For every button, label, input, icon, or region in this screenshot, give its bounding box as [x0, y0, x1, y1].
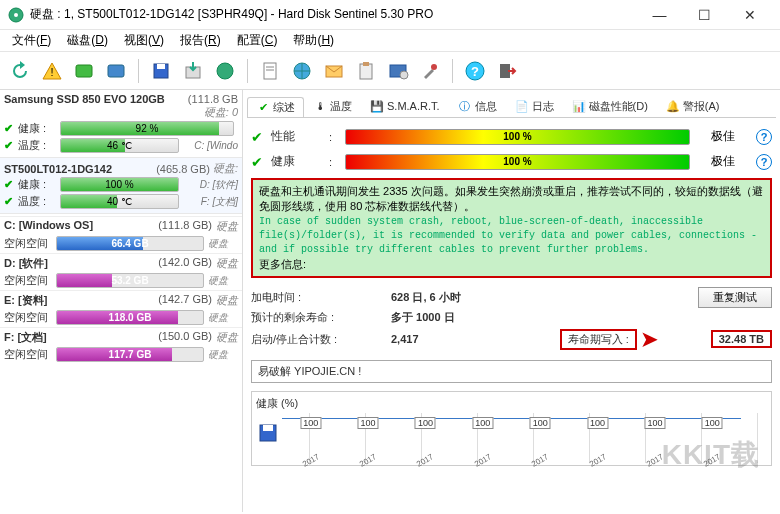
app-icon — [8, 7, 24, 23]
svg-point-8 — [217, 63, 233, 79]
volume-d[interactable]: D: [软件](142.0 GB)硬盘 空闲空间53.2 GB硬盘 — [0, 253, 242, 290]
check-icon: ✔ — [4, 195, 18, 208]
volume-c[interactable]: C: [Windows OS](111.8 GB)硬盘 空闲空间66.4 GB硬… — [0, 216, 242, 253]
disk-label: 硬盘: — [213, 161, 238, 176]
health-bar: 92 % — [60, 121, 234, 136]
maximize-button[interactable]: ☐ — [682, 0, 727, 30]
tab-info[interactable]: ⓘ信息 — [449, 96, 506, 116]
disk-label: 硬盘: 0 — [204, 105, 238, 120]
temp-bar: 46 ℃ — [60, 138, 179, 153]
tab-temp[interactable]: 🌡温度 — [304, 96, 361, 116]
export-icon[interactable] — [179, 57, 207, 85]
alert-icon: 🔔 — [666, 99, 680, 113]
write-label: 寿命期写入 : — [568, 332, 629, 347]
perf-status: 极佳 — [698, 128, 748, 145]
disk-green-icon[interactable] — [70, 57, 98, 85]
tab-smart[interactable]: 💾S.M.A.R.T. — [361, 96, 449, 115]
write-value: 32.48 TB — [719, 333, 764, 345]
retest-button[interactable]: 重复测试 — [698, 287, 772, 308]
health-meter: ✔ 健康: 100 % 极佳 ? — [249, 149, 774, 174]
health-label: 健康 : — [18, 177, 60, 192]
save-icon[interactable] — [147, 57, 175, 85]
help-icon[interactable]: ? — [756, 129, 772, 145]
chart-title: 健康 (%) — [254, 394, 769, 413]
health-status: 极佳 — [698, 153, 748, 170]
report-icon[interactable] — [256, 57, 284, 85]
svg-point-1 — [14, 13, 18, 17]
svg-rect-15 — [363, 62, 369, 66]
drive-letter: F: [文档] — [183, 195, 238, 209]
sidebar: Samsung SSD 850 EVO 120GB (111.8 GB 硬盘: … — [0, 90, 243, 512]
check-icon: ✔ — [256, 100, 270, 114]
check-icon: ✔ — [4, 178, 18, 191]
warning-icon[interactable]: ! — [38, 57, 66, 85]
close-button[interactable]: ✕ — [727, 0, 772, 30]
perf-meter: ✔ 性能: 100 % 极佳 ? — [249, 124, 774, 149]
info-icon: ⓘ — [458, 99, 472, 113]
clipboard-icon[interactable] — [352, 57, 380, 85]
volume-f[interactable]: F: [文档](150.0 GB)硬盘 空闲空间117.7 GB硬盘 — [0, 327, 242, 364]
disk-size: (111.8 GB — [188, 93, 238, 105]
minimize-button[interactable]: — — [637, 0, 682, 30]
svg-rect-3 — [76, 65, 92, 77]
disk-blue-icon[interactable] — [102, 57, 130, 85]
exit-icon[interactable] — [493, 57, 521, 85]
svg-rect-9 — [264, 63, 276, 79]
tab-alert[interactable]: 🔔警报(A) — [657, 96, 729, 116]
message-more: 更多信息: — [259, 257, 764, 272]
svg-rect-14 — [360, 64, 372, 79]
test-icon[interactable] — [211, 57, 239, 85]
help-icon[interactable]: ? — [461, 57, 489, 85]
perf-bar: 100 % — [345, 129, 690, 145]
cycles-label: 启动/停止合计数 : — [251, 332, 391, 347]
disk-name: Samsung SSD 850 EVO 120GB — [4, 93, 188, 105]
titlebar: 硬盘 : 1, ST500LT012-1DG142 [S3PHR49Q] - H… — [0, 0, 780, 30]
uptime-label: 加电时间 : — [251, 290, 391, 305]
health-label: 健康 : — [18, 121, 60, 136]
disk-size: (465.8 GB) — [156, 163, 210, 175]
volume-e[interactable]: E: [资料](142.7 GB)硬盘 空闲空间118.0 GB硬盘 — [0, 290, 242, 327]
svg-rect-23 — [263, 425, 273, 431]
life-label: 预计的剩余寿命 : — [251, 310, 391, 325]
tools-icon[interactable] — [416, 57, 444, 85]
menu-view[interactable]: 视图(V) — [116, 30, 172, 51]
svg-rect-4 — [108, 65, 124, 77]
temp-label: 温度 : — [18, 194, 60, 209]
disk-entry-1[interactable]: ST500LT012-1DG142 (465.8 GB) 硬盘: ✔ 健康 : … — [0, 158, 242, 214]
tab-log[interactable]: 📄日志 — [506, 96, 563, 116]
menubar: 文件(F) 磁盘(D) 视图(V) 报告(R) 配置(C) 帮助(H) — [0, 30, 780, 52]
save-chart-icon[interactable] — [258, 423, 278, 443]
disk-entry-0[interactable]: Samsung SSD 850 EVO 120GB (111.8 GB 硬盘: … — [0, 90, 242, 158]
menu-file[interactable]: 文件(F) — [4, 30, 59, 51]
description-field[interactable]: 易破解 YIPOJIE.CN ! — [251, 360, 772, 383]
lifetime-write-value-box: 32.48 TB — [711, 330, 772, 348]
temp-icon: 🌡 — [313, 99, 327, 113]
toolbar: ! ? — [0, 52, 780, 90]
health-bar: 100 % — [345, 154, 690, 170]
lifetime-write-box: 寿命期写入 : — [560, 329, 637, 350]
temp-label: 温度 : — [18, 138, 60, 153]
drive-letter: D: [软件] — [183, 178, 238, 192]
svg-point-18 — [431, 64, 437, 70]
tab-overview[interactable]: ✔综述 — [247, 97, 304, 117]
help-icon[interactable]: ? — [756, 154, 772, 170]
menu-disk[interactable]: 磁盘(D) — [59, 30, 116, 51]
refresh-icon[interactable] — [6, 57, 34, 85]
menu-report[interactable]: 报告(R) — [172, 30, 229, 51]
temp-bar: 40 ℃ — [60, 194, 179, 209]
info-section: 加电时间 : 628 日, 6 小时 重复测试 预计的剩余寿命 : 多于 100… — [249, 282, 774, 356]
message-box: 硬盘和主机通讯期间发生 2335 次问题。如果发生突然崩溃或重启，推荐尝试不同的… — [251, 178, 772, 278]
uptime-value: 628 日, 6 小时 — [391, 290, 511, 305]
disk-name: ST500LT012-1DG142 — [4, 163, 156, 175]
mail-icon[interactable] — [320, 57, 348, 85]
svg-text:?: ? — [471, 64, 479, 79]
settings-icon[interactable] — [384, 57, 412, 85]
free-bar: 53.2 GB — [56, 273, 204, 288]
globe-icon[interactable] — [288, 57, 316, 85]
menu-help[interactable]: 帮助(H) — [285, 30, 342, 51]
tab-bar: ✔综述 🌡温度 💾S.M.A.R.T. ⓘ信息 📄日志 📊磁盘性能(D) 🔔警报… — [247, 94, 776, 118]
tab-perf[interactable]: 📊磁盘性能(D) — [563, 96, 657, 116]
volumes-section: C: [Windows OS](111.8 GB)硬盘 空闲空间66.4 GB硬… — [0, 214, 242, 512]
menu-config[interactable]: 配置(C) — [229, 30, 286, 51]
free-bar: 117.7 GB — [56, 347, 204, 362]
